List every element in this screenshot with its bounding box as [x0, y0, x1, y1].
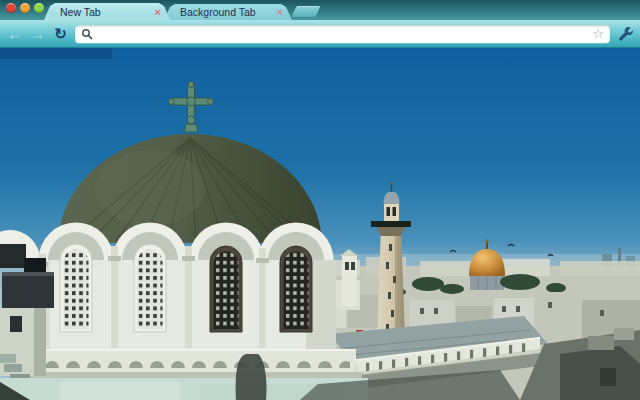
tab-strip: New Tab × Background Tab × — [0, 0, 640, 20]
wrench-menu-button[interactable] — [616, 25, 634, 43]
reload-icon: ↻ — [54, 25, 67, 42]
page-content — [0, 48, 640, 400]
reload-button[interactable]: ↻ — [52, 26, 69, 41]
browser-window: New Tab × Background Tab × ← → ↻ ☆ — [0, 0, 640, 400]
tab-background-tab[interactable]: Background Tab × — [164, 4, 292, 20]
window-controls — [6, 3, 44, 13]
left-rooftop-structures — [0, 244, 54, 382]
omnibox[interactable]: ☆ — [75, 25, 610, 43]
window-close-button[interactable] — [6, 3, 16, 13]
back-arrow-icon: ← — [7, 25, 22, 42]
tab-close-icon[interactable]: × — [151, 7, 161, 17]
toolbar: ← → ↻ ☆ — [0, 20, 640, 48]
wrench-icon — [618, 26, 633, 41]
bookmark-star-icon[interactable]: ☆ — [592, 27, 604, 40]
new-tab-button[interactable] — [292, 6, 321, 17]
forward-button[interactable]: → — [29, 26, 46, 41]
omnibox-input[interactable] — [97, 26, 588, 42]
church-drum — [0, 223, 362, 378]
window-minimize-button[interactable] — [20, 3, 30, 13]
tab-label: New Tab — [60, 6, 151, 18]
forward-arrow-icon: → — [30, 25, 45, 42]
tab-new-tab[interactable]: New Tab × — [44, 3, 170, 20]
background-image-jerusalem — [0, 48, 640, 400]
search-icon — [81, 28, 93, 40]
tab-label: Background Tab — [180, 6, 273, 18]
tab-close-icon[interactable]: × — [273, 7, 283, 17]
window-zoom-button[interactable] — [34, 3, 44, 13]
back-button[interactable]: ← — [6, 26, 23, 41]
